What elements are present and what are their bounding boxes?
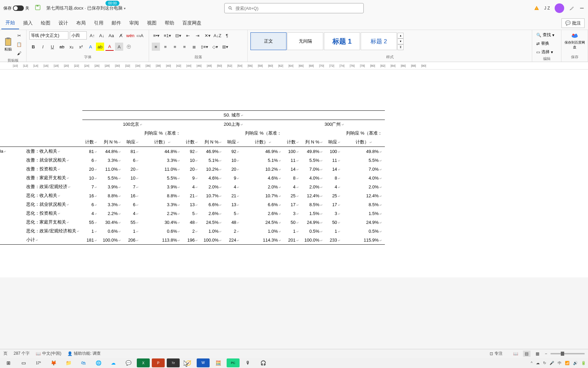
menu-layout[interactable]: 布局 <box>72 17 90 29</box>
wifi-icon[interactable]: 📶 <box>565 361 570 365</box>
enclose-char-button[interactable]: ㊉ <box>125 43 133 51</box>
read-mode-button[interactable]: 📖 <box>512 351 520 357</box>
web-layout-button[interactable]: ▦ <box>534 351 541 357</box>
phonetic-guide-button[interactable]: wén <box>126 31 134 40</box>
print-layout-button[interactable]: ▤ <box>523 351 530 357</box>
document-area[interactable]: S0. 城市100北京200上海300广州列响应 %（基准：列响应 %（基准：列… <box>0 70 588 277</box>
weather-widget[interactable]: 17° <box>32 358 45 367</box>
change-case-button[interactable]: Aa <box>107 31 115 40</box>
store-icon[interactable]: 🛍 <box>77 358 90 367</box>
style-down-button[interactable]: ▾ <box>397 39 404 44</box>
powerpoint-icon[interactable]: P <box>152 358 165 367</box>
onedrive-icon[interactable]: ☁ <box>536 361 540 365</box>
focus-mode-button[interactable]: ⊡专注 <box>490 351 503 356</box>
doc-title-dropdown-icon[interactable]: ▾ <box>124 6 126 10</box>
menu-review[interactable]: 审阅 <box>125 17 143 29</box>
accessibility-status[interactable]: 👤辅助功能: 调查 <box>67 351 101 356</box>
show-marks-button[interactable]: ¶ <box>223 31 231 40</box>
menu-help[interactable]: 帮助 <box>161 17 178 29</box>
style-normal[interactable]: 正文 <box>250 32 287 50</box>
bold-button[interactable]: B <box>29 43 37 51</box>
page-status[interactable]: 页 <box>3 351 7 356</box>
increase-indent-button[interactable]: ⇥ <box>194 31 202 40</box>
toggle-switch-icon[interactable] <box>13 5 24 11</box>
avatar[interactable] <box>555 3 564 13</box>
copy-button[interactable]: 📋 <box>15 40 23 48</box>
clear-formatting-button[interactable]: A̸ <box>117 31 125 40</box>
strikethrough-button[interactable]: ab <box>58 43 66 51</box>
zoom-out-button[interactable]: − <box>545 351 547 356</box>
wechat-icon[interactable]: 💬 <box>122 358 135 367</box>
menu-design[interactable]: 设计 <box>54 17 72 29</box>
chrome-icon[interactable]: 🌐 <box>92 358 105 367</box>
decrease-indent-button[interactable]: ⇤ <box>184 31 192 40</box>
search-input[interactable] <box>235 6 360 11</box>
menu-mailings[interactable]: 邮件 <box>108 17 125 29</box>
numbering-button[interactable]: ≡1▾ <box>162 31 173 40</box>
calculator-icon[interactable]: 🧮 <box>212 358 225 367</box>
increase-font-button[interactable]: A↑ <box>88 31 96 40</box>
zoom-thumb[interactable] <box>561 352 564 356</box>
volume-icon[interactable]: 🔊 <box>573 361 578 365</box>
font-size-select[interactable] <box>70 31 87 40</box>
ruler[interactable]: |10||12||14||16||18||20||22||24||26||28|… <box>0 62 588 70</box>
menu-baidu[interactable]: 百度网盘 <box>178 17 206 29</box>
format-painter-button[interactable]: 🖌 <box>15 49 23 57</box>
highlight-button[interactable]: ab <box>96 43 104 51</box>
menu-references[interactable]: 引用 <box>90 17 108 29</box>
asian-layout-button[interactable]: ✕▾ <box>203 31 212 40</box>
bullets-button[interactable]: ≡•▾ <box>152 31 161 40</box>
char-shading-button[interactable]: A <box>115 43 123 51</box>
comment-button[interactable]: 💬批注 <box>561 18 585 28</box>
tray-chevron-icon[interactable]: ^ <box>531 361 533 365</box>
borders-button[interactable]: ⊞▾ <box>221 43 230 51</box>
menu-draw[interactable]: 绘图 <box>37 17 54 29</box>
align-right-button[interactable]: ≡ <box>171 43 179 51</box>
mic-tray-icon[interactable]: 🎤 <box>550 361 554 365</box>
word-count[interactable]: 287 个字 <box>14 351 30 356</box>
pycharm-icon[interactable]: PC <box>227 358 240 367</box>
underline-button[interactable]: U <box>48 43 56 51</box>
language-status[interactable]: 📖中文(中国) <box>36 351 61 356</box>
7zip-icon[interactable]: 7z <box>167 358 180 367</box>
align-center-button[interactable]: ≡ <box>161 43 169 51</box>
warning-icon[interactable]: ! <box>534 5 539 11</box>
style-nospacing[interactable]: 无间隔 <box>287 32 323 50</box>
pen-icon[interactable] <box>569 5 574 11</box>
style-expand-button[interactable]: ⊻ <box>397 44 404 50</box>
recorder-icon[interactable]: 🎙 <box>242 358 255 367</box>
word-icon[interactable]: W <box>197 358 210 367</box>
subscript-button[interactable]: x₂ <box>67 43 76 51</box>
save-button[interactable] <box>33 3 42 13</box>
decrease-font-button[interactable]: A↓ <box>98 31 106 40</box>
battery-icon[interactable]: 🔋 <box>581 361 586 365</box>
distributed-button[interactable]: ≣ <box>190 43 198 51</box>
app-icon[interactable]: 🎧 <box>257 358 270 367</box>
paste-button[interactable]: 粘贴 <box>3 36 14 52</box>
char-border-button[interactable]: ▭A <box>136 31 144 40</box>
multilevel-list-button[interactable]: ⊟▾ <box>174 31 183 40</box>
ime-icon[interactable]: 中 <box>558 361 561 366</box>
menu-home[interactable]: 开始 <box>1 17 19 29</box>
menu-insert[interactable]: 插入 <box>19 17 37 29</box>
select-button[interactable]: ▭选择▾ <box>535 48 558 56</box>
italic-button[interactable]: I <box>39 43 47 51</box>
cut-button[interactable]: ✂ <box>15 31 23 40</box>
find-button[interactable]: 🔍查找▾ <box>535 31 558 39</box>
style-heading1[interactable]: 标题 1 <box>324 32 360 50</box>
baidu-disk-icon[interactable]: ☁ <box>107 358 120 367</box>
baidu-save-button[interactable]: 保存到百度网盘 <box>564 31 585 50</box>
excel-icon[interactable]: X <box>137 358 150 367</box>
justify-button[interactable]: ≡ <box>180 43 189 51</box>
autosave-toggle[interactable]: 保存 关 <box>3 5 29 11</box>
replace-button[interactable]: ⇄替换 <box>535 40 558 47</box>
line-spacing-button[interactable]: ‡≡▾ <box>199 43 210 51</box>
menu-view[interactable]: 视图 <box>143 17 161 29</box>
font-name-select[interactable] <box>29 31 68 40</box>
search-box[interactable] <box>224 3 364 13</box>
task-view-button[interactable]: ▭ <box>17 358 30 367</box>
start-button[interactable]: ⊞ <box>2 358 15 367</box>
firefox-icon[interactable]: 🦊 <box>47 358 60 367</box>
shading-button[interactable]: ◇▾ <box>211 43 219 51</box>
text-effects-button[interactable]: A <box>86 43 95 51</box>
